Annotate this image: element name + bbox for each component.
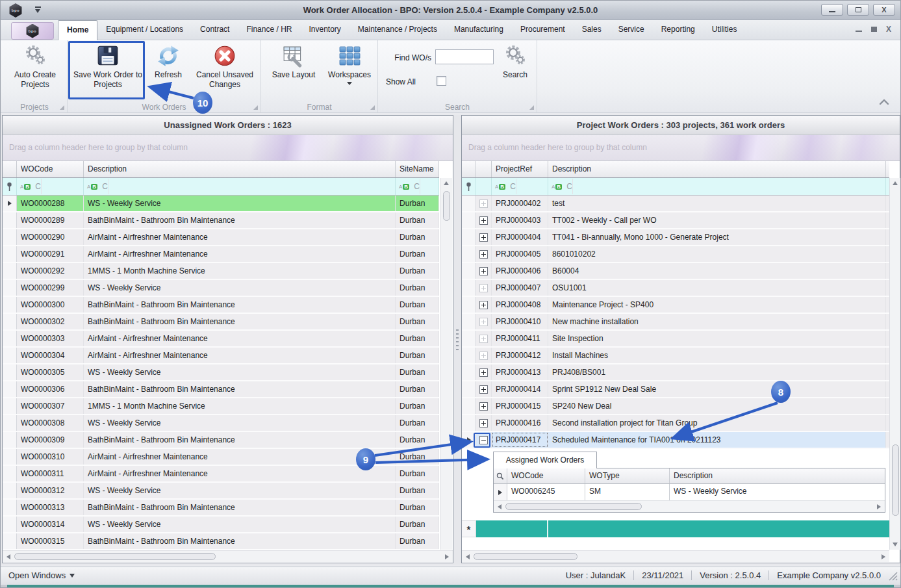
table-row[interactable]: WO0000309BathBinMaint - Bathroom Bin Mai… — [3, 432, 439, 449]
table-row[interactable]: PRJ0000408Maintenance Project - SP400 — [462, 297, 889, 314]
table-row[interactable]: WO0000291AirMaint - Airfreshner Maintena… — [3, 246, 439, 263]
tab-maintenance-projects[interactable]: Maintenance / Projects — [349, 20, 446, 40]
table-row[interactable]: PRJ0000403TT002 - Weekly - Call per WO — [462, 212, 889, 229]
search-icon[interactable] — [494, 468, 507, 483]
detail-h-scrollbar[interactable] — [494, 501, 885, 512]
new-row[interactable]: * — [462, 520, 889, 537]
show-all-checkbox[interactable] — [437, 76, 446, 86]
table-row[interactable]: WO0000314WS - Weekly ServiceDurban — [3, 517, 439, 533]
table-row[interactable]: WO0000290AirMaint - Airfreshner Maintena… — [3, 229, 439, 246]
maximize-button[interactable] — [847, 4, 869, 16]
expand-icon[interactable] — [479, 419, 488, 428]
h-scrollbar-thumb[interactable] — [14, 553, 216, 560]
detail-column-description[interactable]: Description — [670, 468, 883, 483]
search-button[interactable]: Search — [496, 42, 534, 80]
workspaces-button[interactable]: Workspaces — [324, 42, 375, 85]
filter-cell[interactable] — [476, 178, 492, 195]
save-layout-button[interactable]: Save Layout — [266, 42, 321, 80]
detail-tab-assigned-work-orders[interactable]: Assigned Work Orders — [493, 452, 597, 468]
table-row[interactable]: WO0000305WS - Weekly ServiceDurban — [3, 364, 439, 381]
open-windows-dropdown[interactable]: Open Windows — [8, 570, 75, 580]
table-row[interactable]: WO0000312WS - Weekly ServiceDurban — [3, 483, 439, 500]
dialog-launcher-icon[interactable] — [529, 105, 534, 110]
tab-utilities[interactable]: Utilities — [704, 20, 746, 40]
table-row[interactable]: PRJ0000406B60004 — [462, 263, 889, 280]
detail-column-wocode[interactable]: WOCode — [507, 468, 585, 483]
auto-create-projects-button[interactable]: Auto Create Projects — [5, 42, 66, 90]
tab-sales[interactable]: Sales — [574, 20, 610, 40]
detail-column-wotype[interactable]: WOType — [585, 468, 670, 483]
v-scrollbar[interactable] — [889, 178, 901, 550]
table-row[interactable]: WO0000308WS - Weekly ServiceDurban — [3, 415, 439, 432]
filter-cell-abc-icon[interactable]: ABC — [396, 178, 439, 195]
column-header-projectref[interactable]: ProjectRef — [492, 161, 548, 177]
scroll-left-icon[interactable] — [498, 504, 501, 509]
find-wo-input[interactable] — [435, 49, 494, 64]
tab-finance-hr[interactable]: Finance / HR — [238, 20, 300, 40]
tab-service[interactable]: Service — [610, 20, 653, 40]
table-row[interactable]: PRJ0000416Second installation project fo… — [462, 415, 889, 432]
group-by-box[interactable]: Drag a column header here to group by th… — [462, 135, 900, 161]
tab-equipment-locations[interactable]: Equipment / Locations — [97, 20, 192, 40]
filter-cell-abc-icon[interactable]: ABC — [17, 178, 84, 195]
cancel-unsaved-changes-button[interactable]: Cancel Unsaved Changes — [191, 42, 259, 90]
table-row[interactable]: WO00002921MMS - 1 Month Machine ServiceD… — [3, 263, 439, 280]
table-row[interactable]: PRJ0000402test — [462, 196, 889, 212]
scroll-left-icon[interactable] — [6, 554, 10, 559]
minimize-button[interactable] — [821, 4, 843, 16]
table-row[interactable]: WO0000315BathBinMaint - Bathroom Bin Mai… — [3, 533, 439, 550]
application-button[interactable]: bpo — [11, 22, 54, 40]
tab-home[interactable]: Home — [58, 20, 97, 40]
table-row[interactable]: WO0000311AirMaint - Airfreshner Maintena… — [3, 466, 439, 483]
table-row[interactable]: PRJ0000413PRJ408/BS001 — [462, 364, 889, 381]
expand-icon[interactable] — [479, 385, 488, 394]
filter-pin-icon[interactable] — [462, 178, 476, 195]
table-row[interactable]: WO0000289BathBinMaint - Bathroom Bin Mai… — [3, 212, 439, 229]
resize-grip[interactable] — [889, 572, 898, 583]
column-header-sitename[interactable]: SiteName — [396, 161, 439, 177]
panel-splitter[interactable] — [453, 115, 461, 565]
expand-icon[interactable] — [479, 250, 488, 259]
table-row[interactable]: WO0000304AirMaint - Airfreshner Maintena… — [3, 348, 439, 364]
detail-table-row[interactable]: WO0006245SMWS - Weekly Service — [494, 484, 885, 501]
close-button[interactable]: X — [873, 4, 895, 16]
filter-cell-abc-icon[interactable]: ABC — [548, 178, 886, 195]
table-row[interactable]: PRJ0000411Site Inspection — [462, 331, 889, 348]
table-row[interactable]: WO0000299WS - Weekly ServiceDurban — [3, 280, 439, 297]
mdi-minimize-icon[interactable] — [856, 31, 862, 32]
tab-manufacturing[interactable]: Manufacturing — [446, 20, 512, 40]
column-header-wocode[interactable]: WOCode — [17, 161, 84, 177]
table-row[interactable]: WO0000303AirMaint - Airfreshner Maintena… — [3, 331, 439, 348]
scroll-left-icon[interactable] — [466, 554, 470, 559]
table-row[interactable]: WO0000288WS - Weekly ServiceDurban — [3, 196, 439, 212]
scroll-up-icon[interactable] — [893, 181, 898, 185]
dialog-launcher-icon[interactable] — [60, 105, 64, 110]
scroll-right-icon[interactable] — [877, 504, 881, 509]
table-row[interactable]: WO0000313BathBinMaint - Bathroom Bin Mai… — [3, 500, 439, 517]
scroll-up-icon[interactable] — [444, 181, 449, 185]
table-row[interactable]: PRJ0000404TT041 - Bi-annually, Mono 1000… — [462, 229, 889, 246]
expand-icon[interactable] — [479, 233, 488, 242]
scroll-down-icon[interactable] — [893, 543, 898, 546]
column-header-description[interactable]: Description — [84, 161, 396, 177]
scroll-right-icon[interactable] — [882, 554, 885, 559]
table-row[interactable]: WO0000302BathBinMaint - Bathroom Bin Mai… — [3, 314, 439, 331]
expand-icon[interactable] — [479, 267, 488, 275]
filter-cell-abc-icon[interactable]: ABC — [84, 178, 396, 195]
v-scrollbar-thumb[interactable] — [892, 444, 899, 516]
mdi-close-icon[interactable]: X — [886, 25, 891, 33]
scroll-right-icon[interactable] — [445, 554, 449, 559]
table-row[interactable]: WO0000306BathBinMaint - Bathroom Bin Mai… — [3, 381, 439, 398]
v-scrollbar-thumb[interactable] — [443, 191, 450, 221]
column-header-description[interactable]: Description — [548, 161, 886, 177]
table-row[interactable]: PRJ00004058601010202 — [462, 246, 889, 263]
h-scrollbar-thumb[interactable] — [474, 553, 577, 560]
h-scrollbar[interactable] — [462, 550, 889, 562]
table-row[interactable]: PRJ0000407OSU1001 — [462, 280, 889, 297]
tab-reporting[interactable]: Reporting — [653, 20, 704, 40]
table-row[interactable]: PRJ0000415SP240 New Deal — [462, 398, 889, 415]
table-row[interactable]: PRJ0000410New machine installation — [462, 314, 889, 331]
refresh-button[interactable]: Refresh — [147, 42, 189, 80]
group-by-box[interactable]: Drag a column header here to group by th… — [3, 135, 453, 161]
table-row[interactable]: PRJ0000412Install Machines — [462, 348, 889, 364]
